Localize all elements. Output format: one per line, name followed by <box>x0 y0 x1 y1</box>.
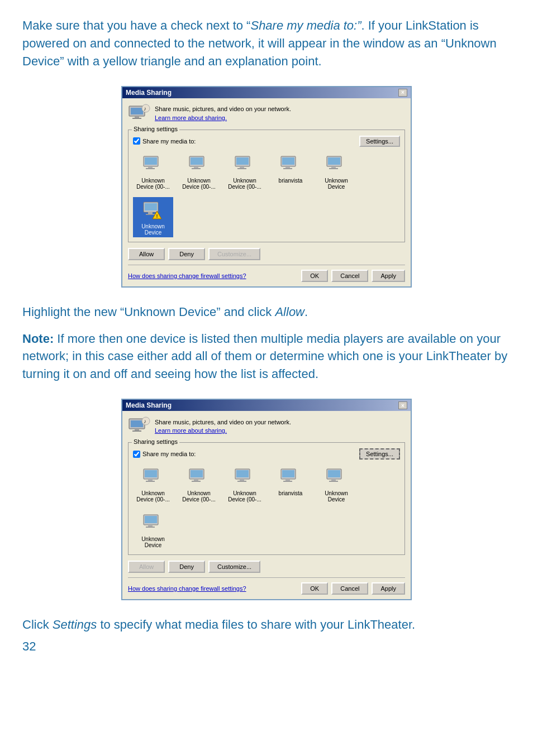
highlight-text-2: . <box>304 305 308 319</box>
dialog2-customize-button[interactable]: Customize... <box>208 561 260 573</box>
dialog1-allow-button[interactable]: Allow <box>128 248 165 260</box>
dialog2-share-row: Share my media to: Settings... <box>133 448 400 460</box>
dialog2-device-icon-3 <box>279 466 302 489</box>
dialog1-device-2[interactable]: Unknown Device (00-... <box>225 151 265 192</box>
dialog1-ok-button[interactable]: OK <box>301 270 328 282</box>
dialog2-titlebar: Media Sharing × <box>122 400 411 411</box>
dialog2-share-label[interactable]: Share my media to: <box>133 451 196 458</box>
dialog1-title: Media Sharing <box>126 89 172 97</box>
dialog1-header: ♪ Share music, pictures, and video on yo… <box>128 103 405 125</box>
dialog2-header-text: Share music, pictures, and video on your… <box>155 418 291 436</box>
dialog2-device-icon-5 <box>141 511 165 535</box>
dialog1-cancel-button[interactable]: Cancel <box>331 270 368 282</box>
dialog2-close-button[interactable]: × <box>398 401 407 409</box>
svg-rect-35 <box>132 430 141 432</box>
dialog2-learn-more-link[interactable]: Learn more about sharing. <box>155 427 227 434</box>
svg-rect-56 <box>331 479 336 481</box>
dialog1-deny-button[interactable]: Deny <box>168 248 205 260</box>
dialog1-device-label-5: Unknown Device <box>141 223 165 236</box>
dialog2-footer: How does sharing change firewall setting… <box>128 577 405 595</box>
svg-rect-48 <box>240 479 244 481</box>
svg-rect-59 <box>145 516 157 523</box>
dialog1-header-line1: Share music, pictures, and video on your… <box>155 105 291 113</box>
dialog2-device-label-4: Unknown Device <box>325 490 348 503</box>
dialog1-device-icon-4 <box>325 153 348 176</box>
dialog2-device-label-3: brianvista <box>279 490 303 496</box>
dialog2-settings-button[interactable]: Settings... <box>359 448 400 460</box>
dialog1-close-button[interactable]: × <box>398 89 407 97</box>
dialog2-device-3[interactable]: brianvista <box>270 464 311 498</box>
svg-rect-12 <box>194 166 198 168</box>
svg-rect-11 <box>191 157 203 165</box>
dialog1-device-4[interactable]: Unknown Device <box>316 151 356 192</box>
highlight-italic: Allow <box>275 305 304 319</box>
dialog2-device-label-0: Unknown Device (00-... <box>136 490 169 503</box>
page-number: 32 <box>22 639 511 654</box>
dialog1-device-label-3: brianvista <box>279 178 303 184</box>
dialog1-customize-button[interactable]: Customize... <box>208 248 260 260</box>
svg-rect-29 <box>146 214 155 215</box>
media-sharing-dialog-1: Media Sharing × ♪ Share musi <box>121 86 412 288</box>
dialog1-settings-button[interactable]: Settings... <box>359 136 400 147</box>
svg-rect-20 <box>285 166 290 168</box>
intro-italic: Share my media to:” <box>250 18 361 32</box>
dialog2-device-label-2: Unknown Device (00-... <box>228 490 261 503</box>
dialog1-device-icon-3 <box>279 153 302 176</box>
svg-rect-55 <box>328 470 340 477</box>
note-paragraph: Note: If more then one device is listed … <box>22 330 511 384</box>
dialog1-firewall-link[interactable]: How does sharing change firewall setting… <box>128 272 246 279</box>
svg-rect-44 <box>194 479 198 481</box>
dialog1-device-label-2: Unknown Device (00-... <box>228 178 261 190</box>
dialog1-share-label[interactable]: Share my media to: <box>133 137 196 145</box>
dialog1-learn-more-link[interactable]: Learn more about sharing. <box>155 114 227 121</box>
dialog2-devices-row: Unknown Device (00-... Unknown <box>133 464 400 550</box>
dialog1-share-checkbox[interactable] <box>133 137 140 145</box>
dialog1-sharing-group: Sharing settings Share my media to: Sett… <box>128 130 405 242</box>
dialog2-title: Media Sharing <box>126 401 172 409</box>
dialog2-ok-button[interactable]: OK <box>301 582 328 595</box>
svg-text:♪: ♪ <box>144 418 146 424</box>
highlight-text-1: Highlight the new “Unknown Device” and c… <box>22 305 275 319</box>
svg-rect-9 <box>146 168 155 169</box>
dialog1-device-1[interactable]: Unknown Device (00-... <box>179 151 219 192</box>
dialog2-share-checkbox[interactable] <box>133 451 140 458</box>
dialog2-device-4[interactable]: Unknown Device <box>316 464 356 504</box>
dialog2-header-line1: Share music, pictures, and video on your… <box>155 418 291 427</box>
dialog1-device-icon-0 <box>141 153 165 176</box>
dialog2-sharing-group: Sharing settings Share my media to: Sett… <box>128 442 405 555</box>
dialog2-action-buttons: Allow Deny Customize... <box>128 561 405 573</box>
dialog2-device-5[interactable]: Unknown Device <box>133 510 173 550</box>
dialog2-deny-button[interactable]: Deny <box>168 561 205 573</box>
svg-text:!: ! <box>156 213 158 219</box>
dialog2-device-0[interactable]: Unknown Device (00-... <box>133 464 173 504</box>
dialog1-apply-button[interactable]: Apply <box>372 270 405 282</box>
note-text: If more then one device is listed then m… <box>22 332 507 381</box>
dialog2-device-icon-1 <box>187 466 211 489</box>
svg-rect-51 <box>282 470 294 477</box>
svg-rect-57 <box>329 481 338 482</box>
dialog2-device-1[interactable]: Unknown Device (00-... <box>179 464 219 504</box>
dialog2-cancel-button[interactable]: Cancel <box>331 582 368 595</box>
dialog2-allow-button[interactable]: Allow <box>128 561 165 573</box>
dialog1-device-0[interactable]: Unknown Device (00-... <box>133 151 173 192</box>
svg-rect-61 <box>146 527 155 528</box>
svg-rect-8 <box>148 166 153 168</box>
bottom-text-1: Click <box>22 618 53 631</box>
svg-rect-19 <box>282 157 294 165</box>
dialog1-action-buttons: Allow Deny Customize... <box>128 248 405 260</box>
svg-rect-1 <box>131 108 143 114</box>
dialog1-device-5[interactable]: ! Unknown Device <box>133 197 173 237</box>
dialog2-device-label-1: Unknown Device (00-... <box>182 490 215 503</box>
svg-rect-13 <box>192 168 201 169</box>
dialog2-device-2[interactable]: Unknown Device (00-... <box>225 464 265 504</box>
svg-rect-47 <box>236 470 249 477</box>
dialog1-device-3[interactable]: brianvista <box>270 151 311 185</box>
svg-rect-17 <box>237 168 246 169</box>
svg-rect-2 <box>135 116 139 118</box>
dialog1-device-label-0: Unknown Device (00-... <box>136 178 169 190</box>
dialog2-firewall-link[interactable]: How does sharing change firewall setting… <box>128 585 246 592</box>
intro-paragraph: Make sure that you have a check next to … <box>22 17 511 70</box>
svg-rect-21 <box>283 168 292 169</box>
dialog2-apply-button[interactable]: Apply <box>372 582 405 595</box>
svg-rect-52 <box>285 479 290 481</box>
